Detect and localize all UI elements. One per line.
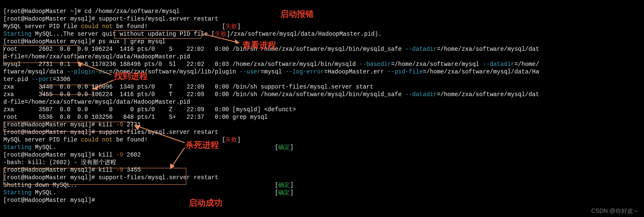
svg-marker-3: [78, 62, 83, 67]
prompt-line: [root@HadoopMaster mysql]#: [3, 197, 95, 204]
proc-row: zxa 3587 0.0 0.0 0 0 pts/0 Z 22:09 0:00 …: [3, 106, 296, 113]
proc-row: d-file=/home/zxa/software/mysql/data/Had…: [3, 99, 190, 105]
annotation-kill-proc: 杀死进程: [185, 141, 219, 149]
bracket: ]: [237, 136, 240, 143]
arrow-icon: [201, 34, 243, 46]
svg-line-2: [78, 62, 111, 75]
arrow-icon: [93, 80, 118, 92]
arrow-icon: [134, 125, 189, 146]
annotation-box: [42, 85, 93, 95]
text: MySQL.: [31, 189, 56, 196]
flag: --datadir: [483, 61, 515, 68]
status-text: Starting: [3, 189, 31, 196]
text: 2602: [123, 152, 141, 158]
svg-line-0: [201, 34, 239, 43]
text: ]/zxa/software/mysql/data/HadoopMaster.p…: [227, 31, 382, 37]
annotation-find-proc: 找到进程: [114, 72, 148, 80]
annotation-start-error: 启动报错: [280, 10, 314, 18]
flag: --basedir: [360, 61, 391, 68]
text: =HadoopMaster.err: [324, 68, 388, 75]
bracket: ]: [290, 189, 293, 196]
text: =mysql: [261, 68, 285, 75]
text: =/home/zxa/software/mysql/dat: [437, 46, 539, 52]
proc-row: ter.pid: [3, 76, 31, 83]
status-text: Starting: [3, 144, 31, 151]
text: =/home/zxa/software/mysql/dat: [437, 91, 539, 98]
flag: --log-error: [285, 68, 324, 75]
annotation-box: [3, 122, 133, 132]
status-text: Starting: [3, 31, 31, 37]
arrow-icon: [168, 148, 189, 173]
annotation-view-proc: 查看进程: [242, 41, 276, 49]
svg-marker-5: [93, 86, 98, 90]
text: MySQL server PID file: [3, 23, 81, 30]
text: -bash: kill: (2602) - 没有那个进程: [3, 159, 116, 166]
annotation-box: [3, 168, 186, 185]
prompt-line: [root@HadoopMaster mysql]# support-files…: [3, 16, 218, 22]
status-ok: 确定: [278, 144, 290, 151]
text: =/home/: [514, 61, 539, 68]
warn-text: could not: [81, 23, 113, 30]
annotation-box: [114, 30, 201, 39]
text: =/home/zxa/software/mysql/data/Ha: [423, 68, 539, 75]
bracket: ]: [290, 182, 293, 188]
svg-marker-9: [170, 164, 175, 169]
text: MySQL server PID file: [3, 136, 81, 143]
flag: --user: [240, 68, 261, 75]
text: MySQL.: [31, 144, 56, 151]
prompt-line: [root@HadoopMaster mysql]# ps aux | grep…: [3, 38, 165, 45]
warn-text: could not: [81, 136, 113, 143]
flag: --pid-file: [388, 68, 423, 75]
proc-row: root 5536 0.0 0.0 103256 848 pts/1 S+ 22…: [3, 114, 268, 120]
flag: -9: [116, 152, 123, 158]
status-ok: 确定: [278, 182, 290, 188]
watermark: CSDN @你好皮～: [591, 207, 639, 214]
annotation-start-ok: 启动成功: [189, 199, 222, 207]
text: =3306: [53, 76, 70, 83]
prompt-line: [root@HadoopMaster mysql]# kill: [3, 152, 116, 158]
flag: --datadir: [405, 91, 437, 98]
text: =/home/zxa/software/mysql: [391, 61, 482, 68]
svg-marker-7: [134, 125, 140, 130]
text: be found!: [112, 23, 148, 30]
annotation-box: [3, 45, 78, 63]
prompt-line: [root@HadoopMaster ~]# cd /home/zxa/soft…: [3, 8, 180, 15]
arrow-icon: [78, 62, 115, 79]
status-fail: 失败: [225, 23, 237, 30]
bracket: ]: [237, 23, 240, 30]
status-ok: 确定: [278, 189, 290, 196]
status-fail: 失败: [225, 136, 237, 143]
proc-row: ftware/mysql/data: [3, 68, 67, 75]
svg-marker-1: [235, 39, 239, 44]
flag: --port: [31, 76, 52, 83]
flag: --datadir: [405, 46, 437, 52]
svg-line-6: [134, 125, 185, 143]
bracket: ]: [290, 144, 293, 151]
